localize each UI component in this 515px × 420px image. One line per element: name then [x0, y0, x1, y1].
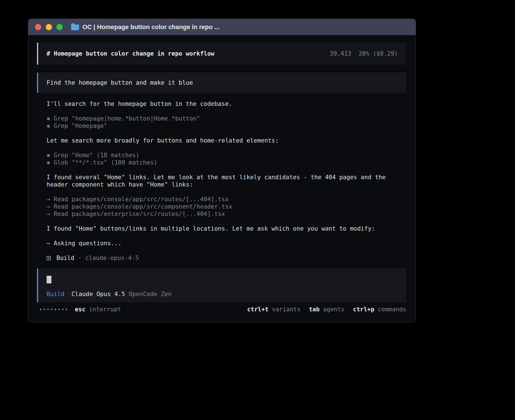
- status-bar-left: esc interrupt: [40, 306, 121, 313]
- active-agent[interactable]: Build: [47, 290, 64, 298]
- prompt-input[interactable]: Build Claude Opus 4.5 OpenCode Zen: [37, 268, 406, 302]
- hint-interrupt: esc interrupt: [75, 306, 121, 313]
- zoom-button[interactable]: [56, 24, 63, 30]
- spinner-dot: [62, 309, 64, 310]
- text-cursor: [47, 276, 51, 283]
- window-title-group: OC | Homepage button color change in rep…: [71, 23, 219, 31]
- close-button[interactable]: [35, 24, 41, 30]
- model-row: Build Claude Opus 4.5 OpenCode Zen: [47, 290, 398, 298]
- terminal-window: OC | Homepage button color change in rep…: [28, 19, 416, 322]
- spinner-dot: [43, 309, 45, 310]
- hint-label: interrupt: [89, 306, 121, 313]
- traffic-lights: [35, 24, 63, 30]
- status-bar-right: ctrl+t variants tab agents ctrl+p comman…: [247, 306, 406, 313]
- assistant-text: I found "Home" buttons/links in multiple…: [47, 225, 406, 232]
- hint-label: commands: [378, 306, 406, 313]
- session-header: # Homepage button color change in repo w…: [37, 43, 406, 65]
- hint-key: ctrl+t: [247, 306, 269, 313]
- session-title: # Homepage button color change in repo w…: [47, 50, 214, 57]
- active-model: Claude Opus 4.5: [71, 290, 125, 298]
- session-stats: 39,413 20% ($0.29): [330, 50, 398, 57]
- hint-commands: ctrl+p commands: [353, 306, 406, 313]
- user-message-text: Find the homepage button and make it blu…: [47, 79, 193, 86]
- hint-label: agents: [323, 306, 344, 313]
- model-provider: OpenCode Zen: [129, 290, 172, 298]
- minimize-button[interactable]: [46, 24, 52, 30]
- spinner-dot: [58, 309, 60, 310]
- status-bar: esc interrupt ctrl+t variants tab agents…: [37, 306, 406, 313]
- user-message: Find the homepage button and make it blu…: [37, 73, 406, 93]
- window-title: OC | Homepage button color change in rep…: [82, 23, 219, 31]
- agent-model: claude-opus-4-5: [85, 254, 139, 262]
- spinner-dot: [40, 309, 42, 310]
- progress-spinner-icon: [40, 309, 67, 310]
- hint-key: esc: [75, 306, 86, 313]
- terminal-content: # Homepage button color change in repo w…: [28, 35, 416, 313]
- spinner-dot: [51, 309, 53, 310]
- tool-call-group: ✱ Grep "Home" (18 matches) ✱ Glob "**/*.…: [47, 152, 406, 166]
- assistant-text: Let me search more broadly for buttons a…: [47, 137, 406, 144]
- spinner-dot: [54, 309, 56, 310]
- spinner-dot: [47, 309, 49, 310]
- tool-call-group: → Read packages/console/app/src/routes/[…: [47, 196, 406, 218]
- hint-agents: tab agents: [309, 306, 344, 313]
- assistant-text: I found several "Home" links. Let me loo…: [47, 174, 406, 188]
- tool-call-group: ✱ Grep "homepage|home.*button|Home.*butt…: [47, 115, 406, 130]
- assistant-status-text: ~ Asking questions...: [47, 240, 406, 247]
- agent-status-row: Build · claude-opus-4-5: [47, 254, 406, 262]
- agent-separator: ·: [78, 254, 82, 262]
- context-usage: 20% ($0.29): [359, 50, 398, 57]
- hint-key: tab: [309, 306, 320, 313]
- build-agent-icon: [47, 256, 51, 260]
- titlebar[interactable]: OC | Homepage button color change in rep…: [28, 19, 416, 35]
- hint-variants: ctrl+t variants: [247, 306, 300, 313]
- spinner-dot: [66, 309, 67, 310]
- desktop-background: OC | Homepage button color change in rep…: [0, 0, 515, 420]
- assistant-text: I'll search for the homepage button in t…: [47, 100, 406, 108]
- hint-label: variants: [272, 306, 300, 313]
- token-count: 39,413: [330, 50, 351, 57]
- hint-key: ctrl+p: [353, 306, 374, 313]
- folder-icon: [71, 25, 79, 30]
- agent-name: Build: [56, 254, 74, 262]
